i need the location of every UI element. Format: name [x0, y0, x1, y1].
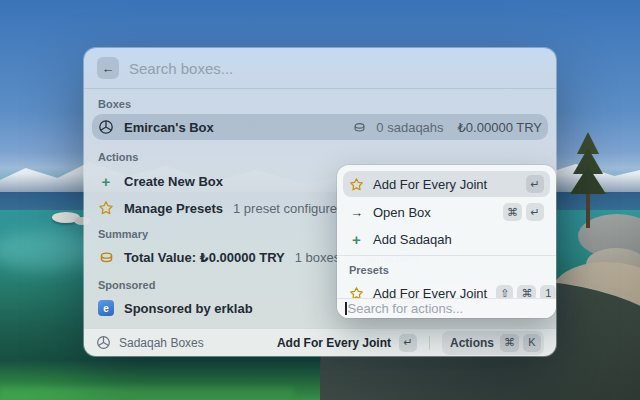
back-arrow-icon: ← [102, 61, 115, 76]
box-row[interactable]: Emircan's Box 0 sadaqahs ₺0.00000 TRY [92, 114, 548, 140]
star-icon [349, 177, 364, 192]
divider [429, 336, 430, 350]
k-key-icon: K [523, 334, 541, 352]
section-label-presets: Presets [349, 264, 550, 276]
create-new-box-label: Create New Box [124, 174, 223, 189]
box-title: Emircan's Box [124, 120, 214, 135]
app-name: Sadaqah Boxes [119, 336, 204, 350]
desktop: { "icons": { "back_arrow": "←", "plus": … [0, 0, 640, 400]
footer-bar: Sadaqah Boxes Add For Every Joint ↵ Acti… [84, 328, 556, 356]
actions-menu: Add For Every Joint ↵ → Open Box ⌘ ↵ + A… [337, 165, 556, 318]
actions-search-input[interactable]: Search for actions... [337, 298, 556, 318]
menu-item-open-box[interactable]: → Open Box ⌘ ↵ [343, 199, 550, 225]
text-caret [345, 302, 347, 315]
search-bar: ← [84, 48, 556, 88]
menu-item-label: Add Sadaqah [373, 232, 452, 247]
plus-icon: + [349, 232, 364, 247]
box-sadaqah-count: 0 sadaqahs [376, 120, 443, 135]
search-input[interactable] [129, 60, 543, 77]
sponsor-logo-icon: e [98, 300, 114, 316]
wallpaper-shore [0, 388, 294, 400]
divider [337, 255, 556, 256]
box-value: ₺0.00000 TRY [458, 120, 542, 135]
coins-gold-icon [98, 249, 114, 265]
app-icon [96, 335, 111, 350]
sponsored-label: Sponsored by erklab [124, 301, 253, 316]
actions-button[interactable]: Actions ⌘ K [442, 331, 544, 355]
plus-icon: + [98, 173, 114, 189]
return-key-icon: ↵ [399, 334, 417, 352]
manage-presets-subtitle: 1 preset configured [233, 201, 344, 216]
box-icon [98, 119, 114, 135]
section-label-actions: Actions [98, 151, 548, 163]
total-value-label: Total Value: ₺0.00000 TRY [124, 250, 285, 265]
menu-item-add-sadaqah[interactable]: + Add Sadaqah [343, 227, 550, 251]
return-key-icon: ↵ [526, 203, 544, 221]
command-key-icon: ⌘ [503, 203, 522, 221]
back-button[interactable]: ← [97, 57, 119, 79]
menu-item-label: Open Box [373, 205, 431, 220]
star-icon [98, 200, 114, 216]
section-label-boxes: Boxes [98, 98, 548, 110]
return-key-icon: ↵ [526, 175, 544, 193]
menu-item-label: Add For Every Joint [373, 177, 487, 192]
coins-icon [352, 120, 366, 134]
actions-search-placeholder: Search for actions... [348, 301, 464, 316]
menu-item-add-for-every-joint[interactable]: Add For Every Joint ↵ [343, 171, 550, 197]
footer-primary-action[interactable]: Add For Every Joint [277, 336, 391, 350]
actions-button-label: Actions [450, 336, 494, 350]
arrow-right-icon: → [349, 205, 364, 220]
command-key-icon: ⌘ [500, 334, 519, 352]
manage-presets-label: Manage Presets [124, 201, 223, 216]
tree-icon [570, 166, 606, 194]
